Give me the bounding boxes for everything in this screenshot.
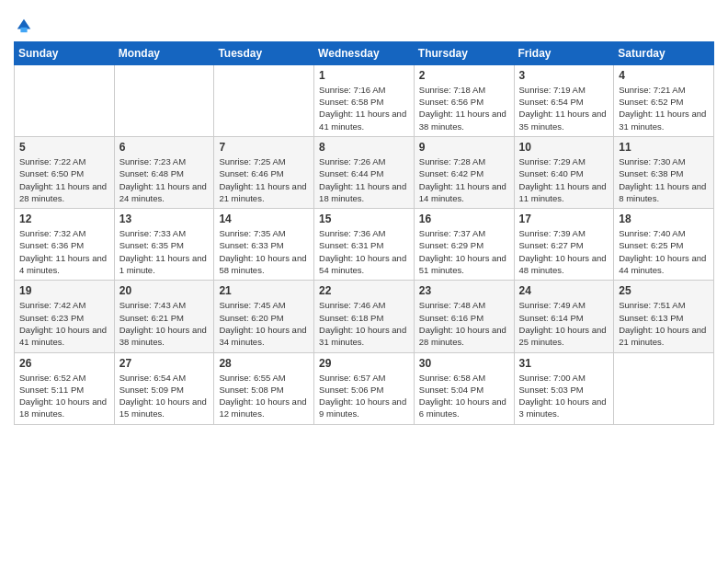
day-info: Sunrise: 7:26 AM Sunset: 6:44 PM Dayligh… [319,155,409,204]
day-of-week-header: Wednesday [314,41,415,64]
day-info: Sunrise: 7:48 AM Sunset: 6:16 PM Dayligh… [419,299,509,348]
calendar-cell: 9Sunrise: 7:28 AM Sunset: 6:42 PM Daylig… [414,136,514,208]
day-number: 20 [119,284,210,297]
day-number: 19 [19,284,109,297]
calendar-cell [614,352,714,424]
day-info: Sunrise: 7:23 AM Sunset: 6:48 PM Dayligh… [119,155,210,204]
day-info: Sunrise: 7:49 AM Sunset: 6:14 PM Dayligh… [519,299,609,348]
day-of-week-header: Friday [514,41,614,64]
day-number: 23 [419,284,509,297]
day-info: Sunrise: 7:46 AM Sunset: 6:18 PM Dayligh… [319,299,409,348]
day-number: 21 [219,284,309,297]
calendar-week-row: 19Sunrise: 7:42 AM Sunset: 6:23 PM Dayli… [15,281,714,352]
day-number: 27 [119,357,210,370]
day-number: 2 [419,69,509,82]
calendar-cell: 14Sunrise: 7:35 AM Sunset: 6:33 PM Dayli… [214,209,314,281]
calendar-cell: 19Sunrise: 7:42 AM Sunset: 6:23 PM Dayli… [15,281,115,352]
day-of-week-header: Saturday [614,41,714,64]
day-number: 17 [519,213,609,225]
day-info: Sunrise: 7:43 AM Sunset: 6:21 PM Dayligh… [119,299,210,348]
calendar-cell: 5Sunrise: 7:22 AM Sunset: 6:50 PM Daylig… [15,136,115,208]
day-info: Sunrise: 7:28 AM Sunset: 6:42 PM Dayligh… [419,155,509,204]
day-of-week-header: Thursday [414,41,514,64]
day-number: 25 [619,284,709,297]
day-number: 26 [19,357,109,370]
day-number: 4 [619,69,709,82]
calendar-week-row: 12Sunrise: 7:32 AM Sunset: 6:36 PM Dayli… [15,209,714,281]
day-info: Sunrise: 6:52 AM Sunset: 5:11 PM Dayligh… [19,372,109,420]
day-info: Sunrise: 7:32 AM Sunset: 6:36 PM Dayligh… [19,227,109,276]
calendar-cell: 6Sunrise: 7:23 AM Sunset: 6:48 PM Daylig… [114,136,214,208]
day-number: 7 [219,141,309,154]
day-number: 28 [219,357,309,370]
day-info: Sunrise: 6:58 AM Sunset: 5:04 PM Dayligh… [419,372,509,420]
calendar-cell [15,64,115,136]
day-number: 16 [419,213,509,225]
day-info: Sunrise: 6:54 AM Sunset: 5:09 PM Dayligh… [119,372,210,420]
day-number: 24 [519,284,609,297]
day-info: Sunrise: 7:25 AM Sunset: 6:46 PM Dayligh… [219,155,309,204]
calendar-week-row: 1Sunrise: 7:16 AM Sunset: 6:58 PM Daylig… [15,64,714,136]
calendar-cell: 30Sunrise: 6:58 AM Sunset: 5:04 PM Dayli… [414,352,514,424]
day-number: 18 [619,213,709,225]
day-info: Sunrise: 6:57 AM Sunset: 5:06 PM Dayligh… [319,372,409,420]
day-info: Sunrise: 7:18 AM Sunset: 6:56 PM Dayligh… [419,84,509,132]
logo-icon [16,17,32,34]
calendar-cell: 15Sunrise: 7:36 AM Sunset: 6:31 PM Dayli… [314,209,415,281]
day-info: Sunrise: 7:42 AM Sunset: 6:23 PM Dayligh… [19,299,109,348]
day-of-week-header: Tuesday [214,41,314,64]
day-info: Sunrise: 7:21 AM Sunset: 6:52 PM Dayligh… [619,84,709,132]
day-info: Sunrise: 7:36 AM Sunset: 6:31 PM Dayligh… [319,227,409,276]
header [14,9,714,34]
day-info: Sunrise: 7:39 AM Sunset: 6:27 PM Dayligh… [519,227,609,276]
day-info: Sunrise: 7:29 AM Sunset: 6:40 PM Dayligh… [519,155,609,204]
calendar-cell: 24Sunrise: 7:49 AM Sunset: 6:14 PM Dayli… [514,281,614,352]
calendar-cell [214,64,314,136]
day-info: Sunrise: 7:40 AM Sunset: 6:25 PM Dayligh… [619,227,709,276]
calendar-cell: 2Sunrise: 7:18 AM Sunset: 6:56 PM Daylig… [414,64,514,136]
calendar-cell: 22Sunrise: 7:46 AM Sunset: 6:18 PM Dayli… [314,281,415,352]
calendar-cell: 3Sunrise: 7:19 AM Sunset: 6:54 PM Daylig… [514,64,614,136]
day-number: 15 [319,213,409,225]
svg-marker-1 [20,28,27,32]
calendar-cell: 11Sunrise: 7:30 AM Sunset: 6:38 PM Dayli… [614,136,714,208]
day-number: 3 [519,69,609,82]
calendar-cell: 29Sunrise: 6:57 AM Sunset: 5:06 PM Dayli… [314,352,415,424]
calendar-cell: 10Sunrise: 7:29 AM Sunset: 6:40 PM Dayli… [514,136,614,208]
day-number: 6 [119,141,210,154]
day-number: 9 [419,141,509,154]
day-number: 14 [219,213,309,225]
calendar-cell: 28Sunrise: 6:55 AM Sunset: 5:08 PM Dayli… [214,352,314,424]
calendar-cell: 17Sunrise: 7:39 AM Sunset: 6:27 PM Dayli… [514,209,614,281]
day-number: 12 [19,213,109,225]
calendar-cell: 20Sunrise: 7:43 AM Sunset: 6:21 PM Dayli… [114,281,214,352]
calendar-cell: 23Sunrise: 7:48 AM Sunset: 6:16 PM Dayli… [414,281,514,352]
day-info: Sunrise: 7:30 AM Sunset: 6:38 PM Dayligh… [619,155,709,204]
calendar-cell: 25Sunrise: 7:51 AM Sunset: 6:13 PM Dayli… [614,281,714,352]
calendar-cell: 12Sunrise: 7:32 AM Sunset: 6:36 PM Dayli… [15,209,115,281]
day-info: Sunrise: 6:55 AM Sunset: 5:08 PM Dayligh… [219,372,309,420]
calendar-cell: 27Sunrise: 6:54 AM Sunset: 5:09 PM Dayli… [114,352,214,424]
calendar-cell: 13Sunrise: 7:33 AM Sunset: 6:35 PM Dayli… [114,209,214,281]
day-number: 22 [319,284,409,297]
calendar-cell: 1Sunrise: 7:16 AM Sunset: 6:58 PM Daylig… [314,64,415,136]
day-info: Sunrise: 7:22 AM Sunset: 6:50 PM Dayligh… [19,155,109,204]
day-info: Sunrise: 7:19 AM Sunset: 6:54 PM Dayligh… [519,84,609,132]
calendar-week-row: 5Sunrise: 7:22 AM Sunset: 6:50 PM Daylig… [15,136,714,208]
day-number: 1 [319,69,409,82]
day-number: 29 [319,357,409,370]
day-of-week-header: Monday [114,41,214,64]
calendar-cell: 8Sunrise: 7:26 AM Sunset: 6:44 PM Daylig… [314,136,415,208]
day-info: Sunrise: 7:51 AM Sunset: 6:13 PM Dayligh… [619,299,709,348]
day-of-week-header: Sunday [15,41,115,64]
day-number: 13 [119,213,210,225]
calendar-cell: 7Sunrise: 7:25 AM Sunset: 6:46 PM Daylig… [214,136,314,208]
day-number: 10 [519,141,609,154]
day-number: 11 [619,141,709,154]
calendar-cell [114,64,214,136]
calendar-week-row: 26Sunrise: 6:52 AM Sunset: 5:11 PM Dayli… [15,352,714,424]
calendar-cell: 21Sunrise: 7:45 AM Sunset: 6:20 PM Dayli… [214,281,314,352]
day-number: 8 [319,141,409,154]
day-number: 31 [519,357,609,370]
day-info: Sunrise: 7:00 AM Sunset: 5:03 PM Dayligh… [519,372,609,420]
